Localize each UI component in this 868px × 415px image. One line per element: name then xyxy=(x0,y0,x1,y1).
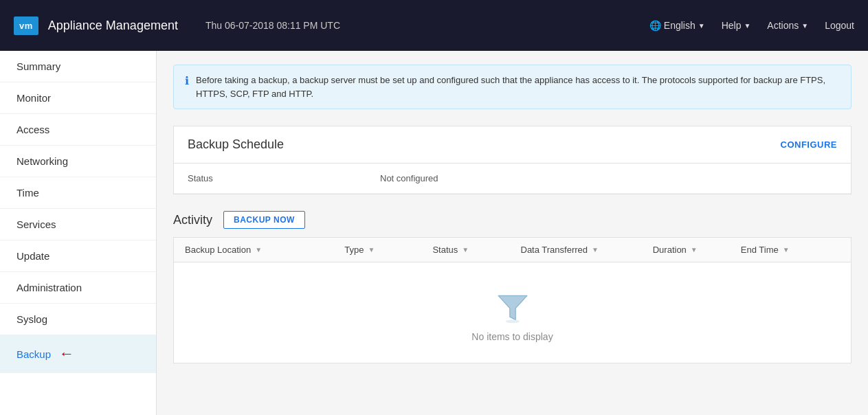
chevron-down-icon: ▼ xyxy=(801,22,808,30)
actions-menu[interactable]: Actions ▼ xyxy=(767,20,808,31)
status-value: Not configured xyxy=(380,173,438,183)
logout-label: Logout xyxy=(825,20,854,31)
sidebar-item-label: Update xyxy=(16,250,49,262)
table-header: Backup Location ▼ Type ▼ Status ▼ Data T… xyxy=(174,238,851,262)
info-icon: ℹ xyxy=(185,74,189,87)
col-end-time: End Time ▼ xyxy=(730,245,851,255)
sort-icon[interactable]: ▼ xyxy=(368,246,375,254)
sidebar-item-access[interactable]: Access xyxy=(0,114,156,146)
header: vm Appliance Management Thu 06-07-2018 0… xyxy=(0,0,868,51)
sidebar-item-label: Networking xyxy=(16,155,68,167)
status-label: Status xyxy=(188,173,380,183)
vm-logo: vm xyxy=(14,16,38,35)
header-datetime: Thu 06-07-2018 08:11 PM UTC xyxy=(205,20,649,31)
header-nav: 🌐 English ▼ Help ▼ Actions ▼ Logout xyxy=(649,20,854,31)
main-layout: Summary Monitor Access Networking Time S… xyxy=(0,51,868,415)
sidebar-item-backup[interactable]: Backup ← xyxy=(0,335,156,373)
sidebar-item-label: Access xyxy=(16,124,49,135)
col-backup-location: Backup Location ▼ xyxy=(174,245,333,255)
sidebar-item-update[interactable]: Update xyxy=(0,240,156,272)
sidebar-item-label: Syslog xyxy=(16,313,47,325)
col-label: Data Transferred xyxy=(521,245,588,255)
svg-marker-0 xyxy=(498,295,527,319)
chevron-down-icon: ▼ xyxy=(744,22,750,30)
backup-status-row: Status Not configured xyxy=(174,164,851,194)
activity-title: Activity xyxy=(173,213,212,227)
backup-schedule-title: Backup Schedule xyxy=(188,137,284,152)
table-empty-state: No items to display xyxy=(174,262,851,363)
filter-icon xyxy=(496,290,530,324)
sidebar-item-administration[interactable]: Administration xyxy=(0,272,156,304)
svg-point-1 xyxy=(506,319,520,323)
sidebar-item-summary[interactable]: Summary xyxy=(0,51,156,82)
col-label: End Time xyxy=(741,245,779,255)
col-label: Status xyxy=(432,245,458,255)
app-title: Appliance Management xyxy=(48,19,178,33)
activity-section: Activity BACKUP NOW Backup Location ▼ Ty… xyxy=(173,211,852,363)
empty-message: No items to display xyxy=(471,331,553,342)
col-type: Type ▼ xyxy=(333,245,421,255)
sidebar-item-label: Services xyxy=(16,218,56,230)
sort-icon[interactable]: ▼ xyxy=(783,246,790,254)
col-duration: Duration ▼ xyxy=(642,245,730,255)
language-label: English xyxy=(664,20,695,31)
actions-label: Actions xyxy=(767,20,799,31)
sidebar-item-label: Time xyxy=(16,187,39,199)
col-data-transferred: Data Transferred ▼ xyxy=(510,245,642,255)
arrow-right-icon: ← xyxy=(59,345,74,363)
sidebar-item-syslog[interactable]: Syslog xyxy=(0,304,156,335)
language-selector[interactable]: 🌐 English ▼ xyxy=(649,20,705,31)
col-label: Duration xyxy=(653,245,687,255)
sort-icon[interactable]: ▼ xyxy=(462,246,469,254)
backup-schedule-section: Backup Schedule CONFIGURE Status Not con… xyxy=(173,126,852,194)
backup-now-button[interactable]: BACKUP NOW xyxy=(223,211,305,229)
col-label: Type xyxy=(344,245,364,255)
main-content: ℹ Before taking a backup, a backup serve… xyxy=(157,51,868,415)
sidebar-item-label: Summary xyxy=(16,60,60,72)
backup-arrow-container: Backup ← xyxy=(16,345,140,363)
sidebar: Summary Monitor Access Networking Time S… xyxy=(0,51,157,415)
sidebar-item-time[interactable]: Time xyxy=(0,177,156,209)
sort-icon[interactable]: ▼ xyxy=(691,246,698,254)
help-menu[interactable]: Help ▼ xyxy=(722,20,751,31)
col-status: Status ▼ xyxy=(421,245,509,255)
sidebar-item-monitor[interactable]: Monitor xyxy=(0,82,156,114)
backup-schedule-header: Backup Schedule CONFIGURE xyxy=(174,126,851,164)
info-banner: ℹ Before taking a backup, a backup serve… xyxy=(173,65,852,109)
col-label: Backup Location xyxy=(185,245,251,255)
globe-icon: 🌐 xyxy=(649,20,661,31)
configure-link[interactable]: CONFIGURE xyxy=(781,139,838,150)
activity-table: Backup Location ▼ Type ▼ Status ▼ Data T… xyxy=(173,237,852,363)
sidebar-item-networking[interactable]: Networking xyxy=(0,146,156,177)
sidebar-item-services[interactable]: Services xyxy=(0,209,156,240)
activity-header: Activity BACKUP NOW xyxy=(173,211,852,229)
info-text: Before taking a backup, a backup server … xyxy=(196,74,840,100)
logout-button[interactable]: Logout xyxy=(825,20,854,31)
sidebar-item-label: Administration xyxy=(16,282,82,293)
sidebar-item-label: Monitor xyxy=(16,92,51,104)
sort-icon[interactable]: ▼ xyxy=(255,246,262,254)
sidebar-item-label: Backup xyxy=(16,348,51,360)
help-label: Help xyxy=(722,20,742,31)
chevron-down-icon: ▼ xyxy=(698,22,705,30)
sort-icon[interactable]: ▼ xyxy=(592,246,599,254)
